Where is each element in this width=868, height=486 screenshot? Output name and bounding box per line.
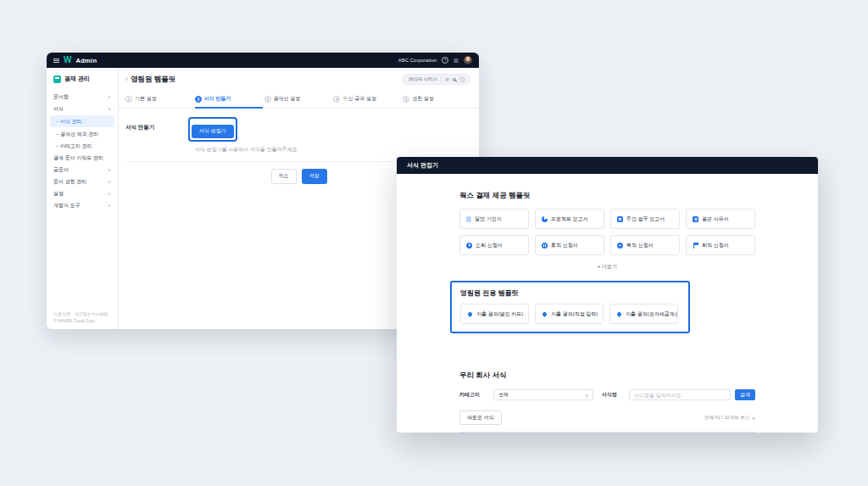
company-forms-section: 우리 회사 서식 카테고리 전체 ∨ 서식명 검색 새로운 서식 전체 42 /… <box>459 371 755 433</box>
new-form-button[interactable]: 새로운 서식 <box>459 411 502 425</box>
pin-icon <box>542 310 548 316</box>
sidebar-item-official-documents[interactable]: 공문서 ∨ <box>47 164 118 176</box>
step-receive-share[interactable]: 4 수신·공유 설정 <box>333 91 403 108</box>
forms-table-header: 카테고리 서식명 <box>459 432 755 433</box>
pin-icon <box>616 310 622 316</box>
template-card[interactable]: 일반 기안지 <box>459 209 529 229</box>
form-name-input[interactable] <box>629 389 731 400</box>
pin-icon <box>467 310 473 316</box>
template-card[interactable]: 지출 결의(전자세금계산서) <box>609 304 678 324</box>
app-title: Admin <box>75 57 97 64</box>
form-editor-button[interactable]: 서식 편집기 <box>192 125 234 138</box>
search-button[interactable]: 검색 <box>735 389 755 400</box>
help-icon[interactable]: ? <box>442 57 448 64</box>
template-card[interactable]: 조퇴 신청서 <box>459 235 529 255</box>
undo-icon[interactable]: ↺ <box>445 77 449 82</box>
form-editor-window: 서식 편집기 웍스 결재 제공 템플릿 일반 기안지 프로젝트 보고서 주간 업… <box>397 157 818 433</box>
erp-templates-highlight-box: 영림원 전용 템플릿 지출 결의(법인 카드) 지출 결의(직접 입력) 지출 … <box>450 281 690 333</box>
template-card[interactable]: 프로젝트 보고서 <box>535 209 604 229</box>
flag-icon <box>693 243 698 249</box>
chevron-down-icon: ∨ <box>585 393 588 398</box>
chevron-down-icon: ∨ <box>752 416 755 421</box>
template-card[interactable]: 복직 신청서 <box>610 235 680 255</box>
form-label: 서식 만들기 <box>125 117 188 131</box>
admin-service-pill[interactable]: 관리자 서비스 ↺ ⓘ <box>402 74 470 85</box>
absence-icon <box>693 216 698 222</box>
search-icon[interactable] <box>453 78 456 81</box>
document-icon <box>466 216 471 222</box>
chevron-down-icon: ∨ <box>108 167 111 172</box>
sidebar-item-forms[interactable]: 서식 ∧ <box>47 103 118 115</box>
chevron-up-icon: ∧ <box>108 106 111 111</box>
approval-stamp-icon <box>53 75 61 83</box>
sidebar-item-form-management[interactable]: – 서식 관리 <box>50 115 114 127</box>
pause-icon <box>542 243 548 249</box>
clock-icon <box>466 243 472 249</box>
page-title: 영림원 템플릿 <box>131 75 175 85</box>
more-templates-link[interactable]: + 더보기 <box>459 263 755 271</box>
sidebar-item-settings[interactable]: 설정 ∨ <box>47 187 118 199</box>
template-card[interactable]: 결근 사유서 <box>686 209 755 229</box>
form-editor-titlebar: 서식 편집기 <box>397 157 818 174</box>
company-name: ABC Corporation <box>398 58 437 63</box>
works-templates-title: 웍스 결재 제공 템플릿 <box>459 191 755 201</box>
highlight-ring: 서식 편집기 <box>188 117 237 142</box>
pie-chart-icon <box>542 216 548 222</box>
sidebar-header: 결재 관리 <box>47 75 118 91</box>
template-card[interactable]: 퇴직 신청서 <box>686 235 755 255</box>
page-size-selector[interactable]: 전체 42 / 10개씩 보기 ∨ <box>704 415 755 421</box>
report-icon <box>617 216 623 222</box>
save-button[interactable]: 저장 <box>302 169 327 184</box>
footer-links[interactable]: 이용약관 · 개인정보처리방침 <box>53 310 111 317</box>
step-approval-line[interactable]: 3 결재선 설정 <box>264 91 334 108</box>
template-card[interactable]: 지출 결의(법인 카드) <box>460 304 529 324</box>
chevron-down-icon: ∨ <box>108 94 111 99</box>
cancel-button[interactable]: 취소 <box>271 169 297 184</box>
template-card[interactable]: 휴직 신청서 <box>535 235 604 255</box>
sidebar-item-approval-line-exclusion[interactable]: – 결재선 제외 관리 <box>47 128 118 140</box>
company-forms-title: 우리 회사 서식 <box>459 371 755 381</box>
apps-grid-icon[interactable]: ⊞ <box>453 58 459 64</box>
avatar[interactable] <box>464 56 472 64</box>
sidebar-footer: 이용약관 · 개인정보처리방침 © NAVER Cloud Corp. <box>47 310 118 324</box>
sidebar-item-developer-tools[interactable]: 개발자 도구 ∨ <box>47 199 118 211</box>
category-select[interactable]: 전체 ∨ <box>493 389 593 400</box>
chevron-down-icon: ∨ <box>108 203 111 208</box>
sidebar: 결재 관리 문서함 ∨ 서식 ∧ – 서식 관리 – 결재선 제외 관리 <box>47 68 119 329</box>
sidebar-item-category-management[interactable]: – 카테고리 관리 <box>47 140 118 152</box>
sidebar-item-document-keywords[interactable]: 결재 문서 키워드 관리 <box>47 152 118 164</box>
sidebar-item-documents[interactable]: 문서함 ∨ <box>47 91 118 103</box>
hamburger-menu-icon[interactable] <box>53 59 59 63</box>
chevron-down-icon: ∨ <box>108 179 111 184</box>
chevron-down-icon: ∨ <box>108 191 111 196</box>
erp-templates-title: 영림원 전용 템플릿 <box>460 288 680 298</box>
copyright: © NAVER Cloud Corp. <box>53 317 111 324</box>
info-icon[interactable]: ⓘ <box>459 77 465 82</box>
helper-text: 서식 편집기를 사용해서 서식을 만들어주세요. <box>195 146 479 154</box>
back-chevron-icon[interactable]: ‹ <box>125 75 128 83</box>
step-permissions[interactable]: 5 권한 설정 <box>403 91 472 108</box>
works-logo: W <box>64 56 71 64</box>
erp-templates-grid: 지출 결의(법인 카드) 지출 결의(직접 입력) 지출 결의(전자세금계산서) <box>460 304 680 324</box>
admin-topbar: W Admin ABC Corporation ? ⊞ <box>47 53 479 68</box>
wizard-steps: 1 기본 설정 2 서식 만들기 3 결재선 설정 4 수신·공유 설정 5 <box>119 91 479 109</box>
template-card[interactable]: 주간 업무 보고서 <box>610 209 680 229</box>
step-basic-settings[interactable]: 1 기본 설정 <box>125 91 195 108</box>
category-label: 카테고리 <box>459 391 480 399</box>
return-icon <box>617 243 623 249</box>
sidebar-item-document-permissions[interactable]: 문서 권한 관리 ∨ <box>47 176 118 187</box>
template-card[interactable]: 지출 결의(직접 입력) <box>535 304 604 324</box>
step-create-form[interactable]: 2 서식 만들기 <box>195 91 264 108</box>
form-name-label: 서식명 <box>602 391 617 399</box>
divider <box>441 77 442 82</box>
works-templates-grid: 일반 기안지 프로젝트 보고서 주간 업무 보고서 결근 사유서 조퇴 신청서 … <box>459 209 755 255</box>
